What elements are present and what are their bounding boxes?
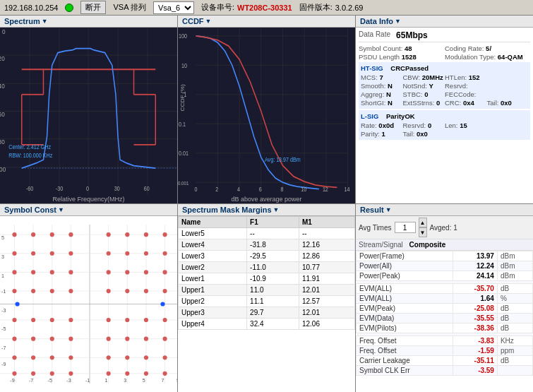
ccdf-arrow[interactable]: ▼ xyxy=(205,18,212,25)
svg-point-103 xyxy=(125,270,129,274)
svg-point-134 xyxy=(107,355,111,360)
result-table-row: Symbol CLK Err -3.59 xyxy=(357,366,533,376)
result-label: Power(All) xyxy=(357,261,453,271)
svg-point-92 xyxy=(50,251,54,256)
svg-text:12: 12 xyxy=(323,186,328,194)
mask-m1: 10.77 xyxy=(299,262,354,273)
svg-point-135 xyxy=(125,355,129,360)
svg-point-86 xyxy=(107,232,111,237)
svg-point-140 xyxy=(50,372,54,376)
ip-address: 192.168.10.254 xyxy=(4,4,58,12)
result-table-area[interactable]: Power(Frame) 13.97 dBm Power(All) 12.24 … xyxy=(356,251,533,392)
svg-point-146 xyxy=(16,302,20,306)
svg-point-112 xyxy=(144,289,148,293)
svg-point-96 xyxy=(144,251,148,256)
avg-times-label: Avg Times xyxy=(359,224,392,232)
psdu-length-value: 1528 xyxy=(402,53,417,61)
result-label: EVM(Pilots) xyxy=(357,323,453,333)
mask-f1: -31.8 xyxy=(247,239,299,251)
rate-value-lsig: 0x0d xyxy=(378,121,394,129)
result-arrow[interactable]: ▼ xyxy=(385,206,392,213)
result-table-row: EVM(Pilots) -38.36 dB xyxy=(357,323,533,333)
symbol-const-title: Symbol Const xyxy=(4,206,56,214)
mask-col-m1: M1 xyxy=(299,217,354,228)
svg-point-120 xyxy=(144,318,148,322)
rate-label-lsig: Rate: xyxy=(361,121,377,129)
result-unit xyxy=(497,366,532,376)
ccdf-chart-area: 100 10 1 0.1 0.01 0.001 0 2 4 6 8 10 12 … xyxy=(178,28,355,195)
data-info-header: Data Info ▼ xyxy=(356,16,533,28)
svg-point-127 xyxy=(125,337,129,341)
disconnect-button[interactable]: 断开 xyxy=(80,1,106,14)
mask-f1: -29.5 xyxy=(247,251,299,262)
mask-f1: -10.9 xyxy=(247,273,299,285)
svg-point-99 xyxy=(31,270,35,274)
svg-text:5: 5 xyxy=(143,378,145,384)
svg-point-100 xyxy=(50,270,54,274)
svg-text:Avg: 13.97 dBm: Avg: 13.97 dBm xyxy=(265,156,301,163)
svg-point-114 xyxy=(12,318,16,322)
spectrum-mask-header: Spectrum Mask Margins ▼ xyxy=(178,204,355,216)
svg-point-89 xyxy=(163,232,167,237)
svg-point-129 xyxy=(163,337,167,341)
result-table-row: EVM(ALL) -35.70 dB xyxy=(357,284,533,294)
result-header: Result ▼ xyxy=(356,204,533,216)
result-table-row: Power(Frame) 13.97 dBm xyxy=(357,251,533,261)
svg-text:-60: -60 xyxy=(0,110,5,118)
svg-point-83 xyxy=(31,232,35,237)
coding-rate-label: Coding Rate: xyxy=(445,44,484,52)
spectrum-arrow[interactable]: ▼ xyxy=(42,18,48,25)
svg-point-142 xyxy=(107,372,111,376)
vsa-select[interactable]: Vsa_6 xyxy=(153,1,194,14)
mask-name: Upper4 xyxy=(179,319,247,330)
spectrum-x-axis-label: Relative Frequency(MHz) xyxy=(52,196,124,203)
spectrum-panel: Spectrum ▼ xyxy=(0,16,177,203)
spectrum-mask-arrow[interactable]: ▼ xyxy=(273,206,280,213)
spectrum-mask-panel: Spectrum Mask Margins ▼ Name F1 M1 Lower… xyxy=(178,204,355,392)
svg-point-97 xyxy=(163,251,167,256)
avg-times-input[interactable] xyxy=(395,222,416,233)
symbol-const-chart-area: -9 -7 -5 -3 -1 1 3 5 -9 -7 -5 -3 -1 1 3 … xyxy=(0,216,177,392)
cbw-value: 20MHz xyxy=(422,73,443,81)
svg-point-95 xyxy=(125,251,129,256)
svg-text:4: 4 xyxy=(237,186,241,194)
avged-label: Avged: 1 xyxy=(430,224,457,232)
result-panel: Result ▼ Avg Times ▲ ▼ Avged: 1 Stream/S… xyxy=(356,204,533,392)
firmware: 固件版本: 3.0.2.69 xyxy=(299,2,364,13)
result-unit: dB xyxy=(497,304,532,314)
resrvd2-value: 0 xyxy=(428,121,431,129)
svg-point-122 xyxy=(12,337,16,341)
svg-text:8: 8 xyxy=(280,186,283,194)
result-table-row: Carrier Leakage -35.11 dB xyxy=(357,356,533,366)
svg-text:7: 7 xyxy=(161,378,164,384)
result-unit: dB xyxy=(497,284,532,294)
svg-point-144 xyxy=(144,372,148,376)
result-unit: dB xyxy=(497,356,532,366)
svg-text:0.1: 0.1 xyxy=(179,121,186,128)
spectrum-mask-table-area[interactable]: Name F1 M1 Lower5----Lower4-31.812.16Low… xyxy=(178,216,355,392)
svg-point-147 xyxy=(160,302,164,306)
parity-value: 1 xyxy=(382,130,385,138)
crc-value: 0x4 xyxy=(463,99,474,107)
svg-text:100: 100 xyxy=(179,33,187,40)
result-label: Power(Frame) xyxy=(357,251,453,261)
svg-text:0: 0 xyxy=(195,186,198,194)
mask-name: Lower1 xyxy=(179,273,247,285)
mask-f1: -11.0 xyxy=(247,262,299,273)
main-grid: Spectrum ▼ xyxy=(0,16,533,392)
result-value: -3.83 xyxy=(453,336,497,346)
avg-times-spinner[interactable]: ▲ ▼ xyxy=(395,218,427,237)
mask-table-row: Upper432.412.06 xyxy=(179,319,355,330)
avg-times-up[interactable]: ▲ xyxy=(419,218,427,227)
svg-text:5: 5 xyxy=(1,235,4,241)
mask-m1: 12.86 xyxy=(299,251,354,262)
ccdf-x-axis-label: dB above average power xyxy=(231,196,301,203)
svg-text:2: 2 xyxy=(215,186,218,194)
mask-f1: 11.1 xyxy=(247,296,299,307)
symbol-const-arrow[interactable]: ▼ xyxy=(58,206,64,213)
data-info-arrow[interactable]: ▼ xyxy=(395,18,401,25)
result-value: 13.97 xyxy=(453,251,497,261)
mask-f1: 11.0 xyxy=(247,285,299,296)
avg-times-down[interactable]: ▼ xyxy=(419,227,427,237)
device-sn-label: 设备串号: xyxy=(201,2,234,13)
